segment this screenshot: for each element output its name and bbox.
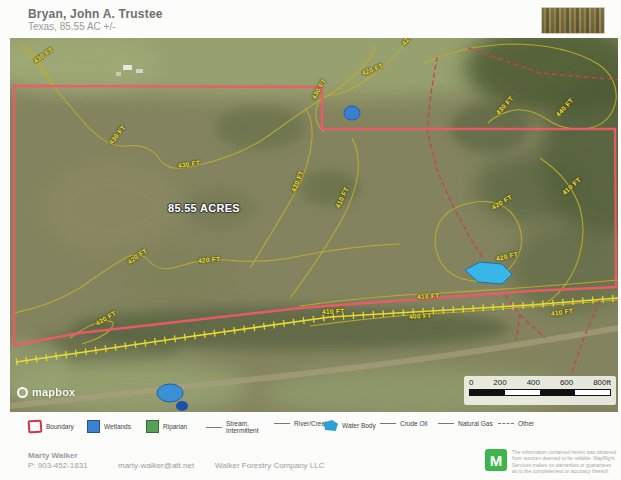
mapbox-attribution[interactable]: mapbox	[17, 386, 75, 398]
water-body-icon	[323, 420, 338, 431]
scale-tick-label: 600	[560, 378, 573, 387]
legend-item-wetlands: Wetlands	[87, 420, 131, 433]
map-scale-bar: 0200400600800ft	[464, 376, 616, 405]
legend-item-stream-intermittent: Stream, Intermittent	[206, 420, 266, 435]
pond-bottom	[157, 384, 183, 402]
legend-label: Riparian	[163, 423, 187, 430]
legend-label: Water Body	[342, 422, 376, 429]
legend-label: Boundary	[46, 423, 74, 430]
pond-top	[344, 106, 360, 120]
legend-item-water-body: Water Body	[323, 420, 376, 431]
aerial-map: 430 FT430 FT430 FT420 FT420 FT430 FT410 …	[10, 38, 618, 413]
legend-label: Stream, Intermittent	[226, 420, 266, 435]
stream-intermittent-icon	[206, 427, 222, 428]
contour-elevation-label: 410 FT	[417, 292, 440, 300]
legend-label: Wetlands	[104, 423, 131, 430]
boundary-icon	[28, 420, 43, 434]
natural-gas-icon	[438, 423, 454, 424]
scale-labels: 0200400600800ft	[469, 378, 611, 387]
page-title: Bryan, John A. Trustee	[28, 7, 163, 21]
scale-tick-label: 400	[527, 378, 540, 387]
scale-segments	[469, 389, 611, 396]
legend-item-riparian: Riparian	[146, 420, 187, 433]
scale-tick-label: 800ft	[593, 378, 611, 387]
page-subtitle: Texas, 85.55 AC +/-	[28, 21, 116, 32]
legend-item-natural-gas: Natural Gas	[438, 420, 493, 427]
wetlands-icon	[87, 420, 100, 433]
legend-label: Other	[518, 420, 534, 427]
legend-label: Natural Gas	[458, 420, 493, 427]
legend-label: Crude Oil	[400, 420, 427, 427]
pond-bottom-small	[176, 401, 188, 411]
contact-name: Marty Walker	[28, 451, 78, 460]
acreage-label: 85.55 ACRES	[168, 202, 240, 214]
disclaimer-text: The information contained herein was obt…	[512, 449, 616, 474]
legend-item-crude-oil: Crude Oil	[380, 420, 427, 427]
legend-item-boundary: Boundary	[28, 420, 74, 433]
scale-tick-label: 0	[469, 378, 473, 387]
forestry-photo-logo	[541, 7, 605, 34]
legend-item-river-creek: River/Creek	[274, 420, 328, 427]
legend: BoundaryWetlandsRiparianStream, Intermit…	[10, 412, 618, 448]
contour-elevation-label: 400 FT	[409, 312, 432, 320]
mapbox-icon	[17, 387, 28, 398]
scanned-property-map-page: Bryan, John A. Trustee Texas, 85.55 AC +…	[0, 0, 621, 480]
mapright-logo: M	[485, 449, 507, 471]
crude-oil-icon	[380, 423, 396, 424]
scale-tick-label: 200	[493, 378, 506, 387]
contact-email: marty-walker@att.net	[118, 461, 194, 470]
company-name: Walker Forestry Company LLC	[215, 461, 325, 470]
contact-phone: P: 903-452-1831	[28, 461, 88, 470]
river-creek-icon	[274, 423, 290, 424]
other-line-icon	[498, 423, 514, 424]
legend-item-other: Other	[498, 420, 534, 427]
riparian-icon	[146, 420, 159, 433]
mapbox-wordmark: mapbox	[32, 386, 75, 398]
contour-elevation-label: 410 FT	[322, 307, 345, 315]
